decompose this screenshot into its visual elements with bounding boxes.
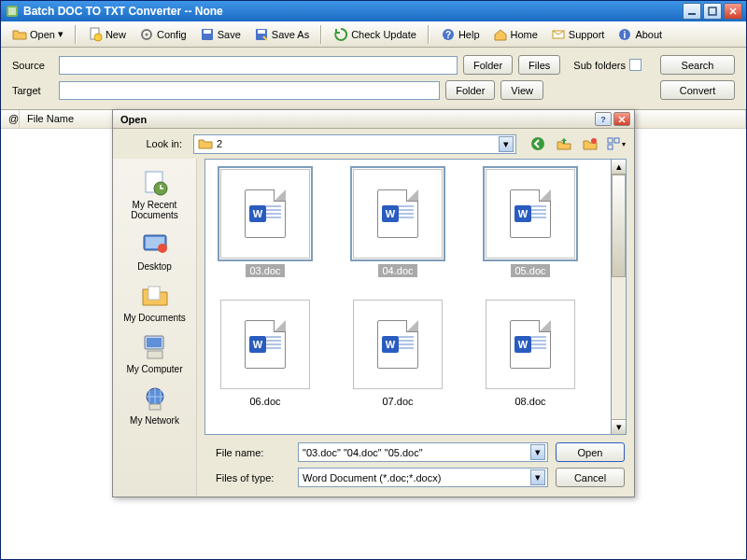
convert-button[interactable]: Convert [660,80,735,100]
file-thumbnail: W [353,169,443,259]
place-label: Desktop [118,261,192,272]
save-as-icon [254,27,269,42]
svg-point-18 [591,138,597,144]
file-name-label: 03.doc [246,264,284,277]
file-item[interactable]: W 08.doc [478,300,583,408]
svg-rect-2 [688,13,696,15]
new-folder-button[interactable] [580,133,600,154]
target-view-button[interactable]: View [500,80,543,100]
config-button[interactable]: Config [134,24,192,45]
open-dialog: Open ? Look in: 2 ▾ ▾ [112,109,635,497]
filename-label: File name: [216,447,290,458]
open-button[interactable]: Open ▾ [7,24,69,45]
place-mydocs[interactable]: My Documents [118,279,192,325]
about-button[interactable]: i About [612,24,668,45]
word-doc-icon: W [377,189,418,238]
file-item[interactable]: W 03.doc [213,169,317,277]
scrollbar[interactable]: ▴ ▾ [612,159,627,435]
word-doc-icon: W [245,320,286,369]
place-mycomputer[interactable]: My Computer [118,330,192,376]
save-button[interactable]: Save [194,24,247,45]
file-item[interactable]: W 04.doc [345,169,450,277]
col-at[interactable]: @ [1,110,20,128]
network-icon [140,384,170,413]
support-button[interactable]: Support [545,24,611,45]
source-input[interactable] [59,56,458,75]
info-icon: i [617,27,632,42]
dialog-close-button[interactable] [613,112,630,126]
folder-icon [198,136,213,151]
place-label: My Network [118,415,192,426]
word-doc-icon: W [377,320,418,369]
new-doc-icon [88,27,103,42]
save-icon [200,27,215,42]
svg-rect-20 [614,138,619,143]
home-button[interactable]: Home [487,24,543,45]
file-name-label: 07.doc [378,395,416,408]
svg-text:i: i [624,30,627,40]
search-button[interactable]: Search [660,55,735,75]
target-input[interactable] [59,81,440,100]
dialog-open-button[interactable]: Open [556,442,625,462]
svg-rect-3 [709,7,716,15]
check-update-button[interactable]: Check Update [328,24,422,45]
scroll-thumb[interactable] [612,175,626,277]
open-folder-icon [12,27,27,42]
word-doc-icon: W [510,320,551,369]
scroll-down-button[interactable]: ▾ [612,419,626,434]
svg-rect-1 [8,7,16,15]
svg-rect-19 [608,138,613,143]
lookin-combo[interactable]: 2 ▾ [193,134,516,154]
lookin-bar: Look in: 2 ▾ ▾ [113,129,634,159]
file-item[interactable]: W 06.doc [213,300,317,408]
file-thumbnail: W [220,300,310,389]
file-item[interactable]: W 07.doc [345,300,450,408]
recent-icon [140,168,170,198]
back-button[interactable] [528,133,548,154]
dialog-help-button[interactable]: ? [595,112,612,126]
dialog-cancel-button[interactable]: Cancel [556,468,625,487]
subfolders-checkbox[interactable] [629,59,641,71]
svg-point-17 [531,137,544,150]
place-label: My Documents [118,313,192,323]
target-label: Target [12,85,53,96]
svg-point-7 [145,33,148,35]
maximize-button[interactable] [703,3,722,20]
place-recent[interactable]: My Recent Documents [118,166,192,222]
filetype-combo[interactable]: Word Document (*.doc;*.docx) ▾ [298,468,548,487]
view-menu-button[interactable]: ▾ [606,133,627,154]
window-title: Batch DOC TO TXT Converter -- None [23,5,683,18]
help-button[interactable]: ? Help [435,24,486,45]
target-folder-button[interactable]: Folder [445,80,495,100]
source-label: Source [12,60,53,71]
source-folder-button[interactable]: Folder [463,55,513,75]
svg-rect-32 [149,404,161,410]
file-pane[interactable]: W 03.doc W 04.doc W 05.doc W 06.doc W 07… [204,159,612,435]
up-button[interactable] [554,133,574,154]
file-name-label: 06.doc [246,395,284,408]
source-files-button[interactable]: Files [518,55,560,75]
svg-rect-30 [148,351,162,358]
svg-point-5 [94,34,102,41]
saveas-button[interactable]: Save As [248,24,315,45]
source-target-panel: Source Folder Files Sub folders Search T… [1,48,746,109]
minimize-button[interactable] [683,3,701,20]
dropdown-arrow-icon[interactable]: ▾ [530,469,545,485]
mydocs-icon [140,281,170,311]
places-bar: My Recent Documents Desktop My Documents… [113,159,197,497]
close-button[interactable] [724,3,742,20]
new-button[interactable]: New [82,24,132,45]
lookin-label: Look in: [113,138,188,149]
dropdown-arrow-icon[interactable]: ▾ [530,444,545,460]
dropdown-arrow-icon[interactable]: ▾ [499,136,514,152]
filename-combo[interactable]: "03.doc" "04.doc" "05.doc" ▾ [298,442,548,462]
subfolders-label: Sub folders [573,60,626,71]
app-icon [5,4,20,19]
computer-icon [140,332,170,362]
place-desktop[interactable]: Desktop [118,228,192,273]
place-mynetwork[interactable]: My Network [118,382,192,427]
file-item[interactable]: W 05.doc [478,169,583,277]
home-icon [493,27,508,42]
scroll-up-button[interactable]: ▴ [612,160,626,175]
desktop-icon [140,230,170,259]
